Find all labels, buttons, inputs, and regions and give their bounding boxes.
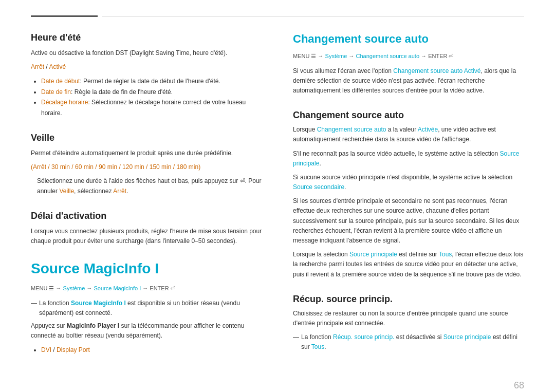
- delai-title: Délai d'activation: [31, 211, 262, 221]
- delai-desc: Lorsque vous connectez plusieurs produit…: [31, 227, 262, 246]
- menu-changement: Changement source auto: [356, 53, 419, 59]
- main-content: Heure d'été Active ou désactive la fonct…: [31, 32, 524, 370]
- source-magicinfo-dash-note: La fonction Source MagicInfo I est dispo…: [31, 298, 262, 318]
- section-recup-source: Récup. source princip. Choisissez de res…: [293, 294, 524, 352]
- changement-source-desc: Si vous allumez l'écran avec l'option Ch…: [293, 66, 524, 96]
- section-veille: Veille Permet d'éteindre automatiquement…: [31, 133, 262, 196]
- source-magicinfo-dvi: DVI / Display Port: [41, 345, 262, 355]
- changement-para-1: Lorsque Changement source auto a la vale…: [293, 125, 524, 144]
- dvi-label: DVI: [41, 346, 51, 353]
- source-secondaire-inline: Source secondaire: [293, 183, 344, 191]
- source-principale-inline-1: Source principale: [293, 150, 520, 167]
- section-delai: Délai d'activation Lorsque vous connecte…: [31, 211, 262, 246]
- recup-source-dash-note: La fonction Récup. source princip. est d…: [293, 332, 524, 352]
- changement-para-3: Si aucune source vidéo principale n'est …: [293, 173, 524, 192]
- veille-options: (Arrêt / 30 min / 60 min / 90 min / 120 …: [31, 162, 262, 172]
- heure-ete-desc: Active ou désactive la fonction DST (Day…: [31, 48, 262, 58]
- source-magicinfo-title: Source MagicInfo I: [31, 260, 262, 277]
- changement-para-2: S'il ne reconnaît pas la source vidéo ac…: [293, 149, 524, 169]
- heure-ete-list: Date de début: Permet de régler la date …: [41, 76, 262, 118]
- heure-ete-item-decalage: Décalage horaire: Sélectionnez le décala…: [41, 97, 262, 118]
- veille-desc: Permet d'éteindre automatiquement le pro…: [31, 148, 262, 158]
- source-magicinfo-menu-path: MENU ☰ → Système → Source MagicInfo I → …: [31, 284, 262, 293]
- arret-label: Arrêt: [113, 188, 126, 195]
- decalage-label: Décalage horaire: [41, 99, 88, 106]
- menu-systeme-right: Système: [325, 53, 347, 59]
- heure-ete-title: Heure d'été: [31, 32, 262, 43]
- changement-para-4: Si les sources d'entrée principale et se…: [293, 196, 524, 246]
- top-rule-dark: [31, 15, 98, 17]
- page-number: 68: [31, 380, 524, 391]
- menu-source-magicinfo: Source MagicInfo I: [94, 285, 141, 291]
- activee-inline: Activée: [418, 126, 438, 133]
- section-source-magicinfo: Source MagicInfo I MENU ☰ → Système → So…: [31, 260, 262, 356]
- veille-options-text: (Arrêt / 30 min / 60 min / 90 min / 120 …: [31, 163, 200, 171]
- changement-source-inline: Changement source auto Activé: [393, 67, 480, 74]
- veille-instruction: Sélectionnez une durée à l'aide des flèc…: [31, 176, 262, 196]
- source-principale-inline-2: Source principale: [349, 251, 397, 258]
- tous-inline: Tous: [439, 251, 452, 258]
- display-port-label: Display Port: [57, 346, 90, 353]
- right-column: Changement source auto MENU ☰ → Système …: [293, 32, 524, 370]
- section-changement-source-sub: Changement source auto Lorsque Changemen…: [293, 110, 524, 279]
- section-heure-ete: Heure d'été Active ou désactive la fonct…: [31, 32, 262, 118]
- option-arret: Arrêt: [31, 63, 44, 70]
- changement-source-sub-title: Changement source auto: [293, 110, 524, 121]
- heure-ete-item-debut: Date de début: Permet de régler la date …: [41, 76, 262, 86]
- top-rule-light: [102, 16, 524, 16]
- recup-source-inline: Récup. source princip.: [333, 333, 394, 341]
- option-active: Activé: [49, 63, 66, 70]
- date-fin-label: Date de fin: [41, 88, 71, 96]
- page-container: Heure d'été Active ou désactive la fonct…: [31, 15, 524, 391]
- changement-inline-1: Changement source auto: [317, 126, 386, 133]
- source-magicinfo-paragraph: Appuyez sur MagicInfo Player I sur la té…: [31, 321, 262, 341]
- top-rule: [31, 15, 524, 17]
- magicinfo-player-label: MagicInfo Player I: [67, 322, 119, 329]
- recup-source-desc: Choisissez de restaurer ou non la source…: [293, 309, 524, 328]
- heure-ete-options: Arrêt / Activé: [31, 62, 262, 72]
- tous-inline-2: Tous: [311, 343, 324, 350]
- source-magicinfo-inline-label: Source MagicInfo I: [71, 300, 126, 307]
- source-magicinfo-list: DVI / Display Port: [41, 345, 262, 355]
- veille-title: Veille: [31, 133, 262, 143]
- veille-cancel-label: Veille: [59, 188, 74, 195]
- changement-source-auto-title: Changement source auto: [293, 32, 524, 46]
- date-debut-label: Date de début: [41, 78, 80, 85]
- heure-ete-item-fin: Date de fin: Règle la date de fin de l'h…: [41, 87, 262, 97]
- veille-instruction-indent: Sélectionnez une durée à l'aide des flèc…: [31, 176, 262, 196]
- changement-source-menu-path: MENU ☰ → Système → Changement source aut…: [293, 52, 524, 61]
- section-changement-source-auto: Changement source auto MENU ☰ → Système …: [293, 32, 524, 96]
- menu-systeme: Système: [63, 285, 85, 291]
- recup-source-title: Récup. source princip.: [293, 294, 524, 305]
- changement-para-5: Lorsque la sélection Source principale e…: [293, 250, 524, 279]
- source-principale-inline-3: Source principale: [443, 333, 491, 341]
- left-column: Heure d'été Active ou désactive la fonct…: [31, 32, 262, 370]
